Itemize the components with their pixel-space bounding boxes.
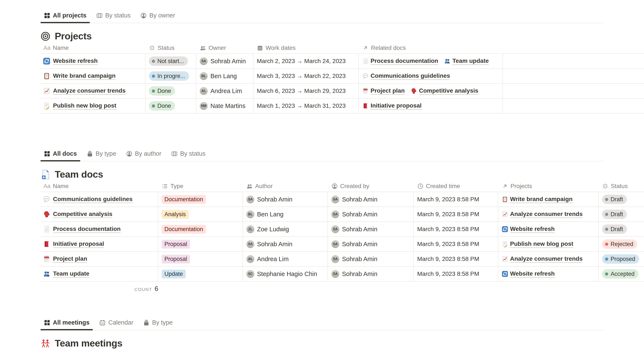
status-pill[interactable]: Draft bbox=[602, 195, 627, 204]
doc-link[interactable]: Project plan bbox=[362, 87, 405, 95]
doc-link[interactable]: Communications guidelines bbox=[362, 72, 450, 80]
type-tag[interactable]: Documentation bbox=[162, 225, 206, 234]
column-header-name[interactable]: Aa Name bbox=[40, 350, 160, 351]
created-time-cell[interactable]: March 9, 2023 8:58 PM bbox=[414, 192, 498, 206]
name-cell[interactable]: Analyze consumer trends bbox=[40, 84, 146, 98]
page-link[interactable]: Website refresh bbox=[53, 57, 98, 65]
projects-cell[interactable]: Publish new blog post bbox=[498, 237, 599, 251]
status-pill[interactable]: Not start... bbox=[149, 56, 188, 66]
page-link[interactable]: Competitive analysis bbox=[53, 210, 112, 218]
tab-by-author[interactable]: By author bbox=[123, 147, 165, 161]
doc-link[interactable]: Process documentation bbox=[362, 57, 438, 65]
column-header-lead[interactable]: Lead bbox=[245, 350, 330, 351]
projects-cell[interactable]: Website refresh bbox=[498, 267, 599, 281]
tab-all-meetings[interactable]: All meetings bbox=[40, 316, 93, 330]
projects-cell[interactable]: Write brand campaign bbox=[498, 192, 599, 206]
status-cell[interactable]: Done bbox=[146, 98, 196, 113]
page-link[interactable]: Project plan bbox=[53, 255, 87, 263]
created-by-cell[interactable]: SA Sohrab Amin bbox=[328, 192, 414, 206]
type-tag[interactable]: Analysis bbox=[162, 210, 189, 219]
related-docs-cell[interactable]: Initiative proposal bbox=[359, 98, 503, 113]
page-link[interactable]: Publish new blog post bbox=[53, 102, 116, 110]
tab-all-projects[interactable]: All projects bbox=[40, 8, 90, 23]
column-header-projects[interactable]: Projects bbox=[498, 180, 599, 192]
column-header-created-by[interactable]: Created by bbox=[328, 180, 414, 192]
type-tag[interactable]: Proposal bbox=[162, 255, 190, 264]
created-by-cell[interactable]: SA Sohrab Amin bbox=[328, 267, 414, 281]
projects-cell[interactable]: Website refresh bbox=[498, 222, 599, 236]
type-tag[interactable]: Documentation bbox=[162, 195, 206, 204]
projects-db-title[interactable]: Projects bbox=[40, 30, 644, 42]
type-cell[interactable]: Documentation bbox=[158, 192, 243, 206]
status-cell[interactable]: Done bbox=[146, 84, 196, 98]
name-cell[interactable]: Publish new blog post bbox=[40, 98, 146, 113]
name-cell[interactable]: Process documentation bbox=[40, 222, 158, 236]
status-pill[interactable]: In progre... bbox=[149, 71, 189, 81]
tab-all-docs[interactable]: All docs bbox=[40, 147, 80, 161]
related-docs-cell[interactable]: Project plan Competitive analysis bbox=[359, 84, 503, 98]
column-header-author[interactable]: Author bbox=[243, 180, 328, 192]
name-cell[interactable]: Team update bbox=[40, 267, 158, 281]
created-by-cell[interactable]: SA Sohrab Amin bbox=[328, 237, 414, 251]
doc-link[interactable]: Competitive analysis bbox=[410, 87, 478, 95]
created-by-cell[interactable]: SA Sohrab Amin bbox=[328, 252, 414, 266]
project-link[interactable]: Publish new blog post bbox=[502, 240, 573, 248]
owner-cell[interactable]: BL Ben Lang bbox=[196, 69, 254, 83]
page-link[interactable]: Write brand campaign bbox=[53, 72, 116, 80]
doc-link[interactable]: Initiative proposal bbox=[362, 102, 422, 110]
author-cell[interactable]: AL Andrea Lim bbox=[243, 252, 328, 266]
author-cell[interactable]: SA Sohrab Amin bbox=[243, 237, 328, 251]
status-cell[interactable]: Accepted bbox=[599, 267, 644, 281]
owner-cell[interactable]: AL Andrea Lim bbox=[196, 84, 254, 98]
column-header-status[interactable]: Status bbox=[146, 42, 196, 54]
tab-by-type[interactable]: By type bbox=[83, 147, 120, 161]
created-by-cell[interactable]: SA Sohrab Amin bbox=[328, 222, 414, 236]
project-link[interactable]: Write brand campaign bbox=[502, 196, 573, 204]
created-by-cell[interactable]: SA Sohrab Amin bbox=[328, 207, 414, 222]
projects-cell[interactable]: Analyze consumer trends bbox=[498, 252, 599, 266]
author-cell[interactable]: ZL Zoe Ludwig bbox=[243, 222, 328, 236]
created-time-cell[interactable]: March 9, 2023 8:58 PM bbox=[414, 267, 498, 281]
status-pill[interactable]: Rejected bbox=[602, 240, 637, 249]
created-time-cell[interactable]: March 9, 2023 8:58 PM bbox=[414, 237, 498, 251]
owner-cell[interactable]: NM Nate Martins bbox=[196, 98, 254, 113]
project-link[interactable]: Analyze consumer trends bbox=[502, 255, 583, 263]
doc-link[interactable]: Team update bbox=[444, 57, 489, 65]
column-header-related-docs[interactable]: Related docs bbox=[359, 42, 503, 54]
column-header-created-time[interactable]: Created time bbox=[414, 180, 498, 192]
page-link[interactable]: Analyze consumer trends bbox=[53, 87, 126, 95]
page-link[interactable]: Process documentation bbox=[53, 225, 120, 233]
status-pill[interactable]: Accepted bbox=[602, 269, 638, 278]
column-header-work-dates[interactable]: Work dates bbox=[254, 42, 359, 54]
column-header-type[interactable]: Type bbox=[160, 350, 245, 351]
work-dates-cell[interactable]: March 1, 2023 → March 31, 2023 bbox=[254, 98, 359, 113]
type-cell[interactable]: Documentation bbox=[158, 222, 243, 236]
name-cell[interactable]: Competitive analysis bbox=[40, 207, 158, 222]
status-cell[interactable]: Draft bbox=[599, 192, 644, 206]
tab-by-status[interactable]: By status bbox=[93, 8, 134, 23]
created-time-cell[interactable]: March 9, 2023 8:58 PM bbox=[414, 222, 498, 236]
owner-cell[interactable]: SA Sohrab Amin bbox=[196, 54, 254, 68]
type-tag[interactable]: Update bbox=[162, 270, 186, 278]
related-docs-cell[interactable]: Communications guidelines bbox=[359, 69, 503, 83]
author-cell[interactable]: SA Sohrab Amin bbox=[243, 192, 328, 206]
column-header-name[interactable]: Aa Name bbox=[40, 180, 158, 192]
project-link[interactable]: Website refresh bbox=[502, 270, 555, 278]
name-cell[interactable]: Initiative proposal bbox=[40, 237, 158, 251]
type-cell[interactable]: Analysis bbox=[158, 207, 243, 222]
status-cell[interactable]: Draft bbox=[599, 207, 644, 222]
status-cell[interactable]: Draft bbox=[599, 222, 644, 236]
work-dates-cell[interactable]: March 2, 2023 → March 24, 2023 bbox=[254, 54, 359, 68]
page-link[interactable]: Communications guidelines bbox=[53, 196, 132, 204]
column-header-name[interactable]: Aa Name bbox=[40, 42, 146, 54]
name-cell[interactable]: Communications guidelines bbox=[40, 192, 158, 206]
name-cell[interactable]: Project plan bbox=[40, 252, 158, 266]
status-cell[interactable]: In progre... bbox=[146, 69, 196, 83]
status-pill[interactable]: Draft bbox=[602, 224, 627, 234]
column-header-meeting-date[interactable]: Meeting date bbox=[330, 350, 436, 351]
meetings-db-title[interactable]: Team meetings bbox=[40, 337, 644, 350]
status-cell[interactable]: Rejected bbox=[599, 237, 644, 251]
created-time-cell[interactable]: March 9, 2023 8:58 PM bbox=[414, 252, 498, 266]
status-pill[interactable]: Draft bbox=[602, 210, 627, 219]
type-cell[interactable]: Proposal bbox=[158, 252, 243, 266]
